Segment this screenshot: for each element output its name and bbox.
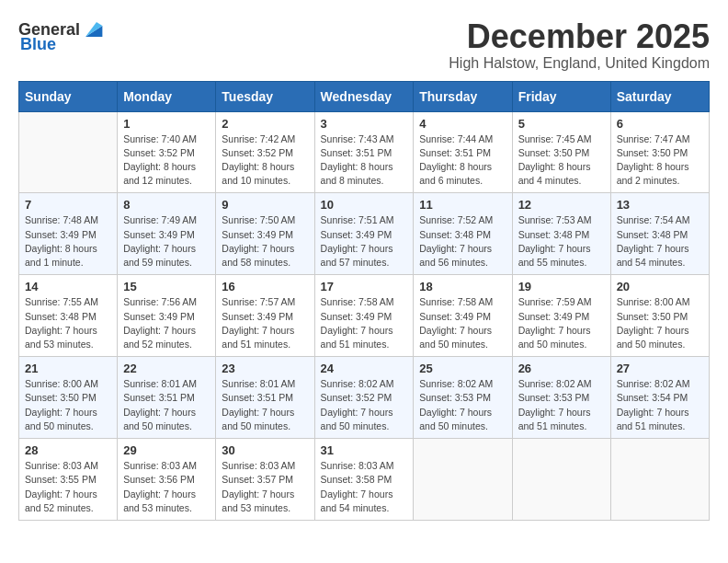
day-number: 6: [617, 117, 703, 131]
day-info: Sunrise: 8:00 AM Sunset: 3:50 PM Dayligh…: [617, 295, 703, 351]
day-number: 26: [518, 362, 605, 375]
day-info: Sunrise: 7:49 AM Sunset: 3:49 PM Dayligh…: [123, 213, 210, 270]
day-info: Sunrise: 7:43 AM Sunset: 3:51 PM Dayligh…: [321, 132, 408, 189]
day-info: Sunrise: 8:02 AM Sunset: 3:53 PM Dayligh…: [419, 377, 506, 433]
day-number: 23: [222, 362, 308, 375]
day-info: Sunrise: 7:58 AM Sunset: 3:49 PM Dayligh…: [419, 295, 506, 351]
day-info: Sunrise: 7:42 AM Sunset: 3:52 PM Dayligh…: [222, 132, 308, 189]
day-number: 14: [25, 280, 111, 293]
day-info: Sunrise: 7:59 AM Sunset: 3:49 PM Dayligh…: [518, 295, 605, 351]
calendar-cell: 2Sunrise: 7:42 AM Sunset: 3:52 PM Daylig…: [216, 111, 314, 193]
header-day-tuesday: Tuesday: [216, 81, 314, 111]
day-info: Sunrise: 8:02 AM Sunset: 3:53 PM Dayligh…: [518, 377, 605, 433]
calendar-cell: 14Sunrise: 7:55 AM Sunset: 3:48 PM Dayli…: [19, 275, 118, 357]
calendar-cell: 17Sunrise: 7:58 AM Sunset: 3:49 PM Dayli…: [314, 275, 414, 357]
month-title: December 2025: [449, 18, 710, 55]
calendar-cell: 28Sunrise: 8:03 AM Sunset: 3:55 PM Dayli…: [19, 439, 118, 521]
calendar-cell: [512, 439, 610, 521]
day-number: 30: [222, 443, 308, 457]
day-number: 11: [419, 198, 506, 212]
day-number: 28: [25, 443, 111, 457]
calendar-cell: [19, 111, 118, 193]
header-day-thursday: Thursday: [414, 81, 512, 111]
day-info: Sunrise: 7:58 AM Sunset: 3:49 PM Dayligh…: [321, 295, 408, 351]
day-number: 19: [518, 280, 605, 293]
calendar-body: 1Sunrise: 7:40 AM Sunset: 3:52 PM Daylig…: [19, 111, 710, 520]
calendar-cell: 11Sunrise: 7:52 AM Sunset: 3:48 PM Dayli…: [414, 193, 512, 275]
calendar-cell: 27Sunrise: 8:02 AM Sunset: 3:54 PM Dayli…: [610, 357, 709, 439]
day-number: 17: [321, 280, 408, 293]
day-number: 29: [123, 443, 210, 457]
day-number: 1: [123, 117, 210, 131]
day-number: 8: [123, 198, 210, 212]
calendar-cell: 3Sunrise: 7:43 AM Sunset: 3:51 PM Daylig…: [314, 111, 414, 193]
calendar-cell: [414, 439, 512, 521]
calendar-cell: 21Sunrise: 8:00 AM Sunset: 3:50 PM Dayli…: [19, 357, 118, 439]
day-number: 20: [617, 280, 703, 293]
day-info: Sunrise: 7:55 AM Sunset: 3:48 PM Dayligh…: [25, 295, 111, 351]
calendar-cell: 5Sunrise: 7:45 AM Sunset: 3:50 PM Daylig…: [512, 111, 610, 193]
calendar-cell: 26Sunrise: 8:02 AM Sunset: 3:53 PM Dayli…: [512, 357, 610, 439]
day-info: Sunrise: 8:03 AM Sunset: 3:58 PM Dayligh…: [321, 459, 408, 515]
day-info: Sunrise: 8:02 AM Sunset: 3:52 PM Dayligh…: [321, 377, 408, 433]
calendar-cell: 19Sunrise: 7:59 AM Sunset: 3:49 PM Dayli…: [512, 275, 610, 357]
calendar-cell: 15Sunrise: 7:56 AM Sunset: 3:49 PM Dayli…: [118, 275, 216, 357]
day-number: 31: [321, 443, 408, 457]
calendar-cell: 13Sunrise: 7:54 AM Sunset: 3:48 PM Dayli…: [610, 193, 709, 275]
day-info: Sunrise: 7:52 AM Sunset: 3:48 PM Dayligh…: [419, 213, 506, 270]
day-info: Sunrise: 8:01 AM Sunset: 3:51 PM Dayligh…: [123, 377, 210, 433]
logo-blue: Blue: [20, 35, 56, 54]
day-info: Sunrise: 7:57 AM Sunset: 3:49 PM Dayligh…: [222, 295, 308, 351]
calendar-week-row: 28Sunrise: 8:03 AM Sunset: 3:55 PM Dayli…: [19, 439, 710, 521]
day-info: Sunrise: 8:01 AM Sunset: 3:51 PM Dayligh…: [222, 377, 308, 433]
day-info: Sunrise: 7:50 AM Sunset: 3:49 PM Dayligh…: [222, 213, 308, 270]
calendar-cell: 20Sunrise: 8:00 AM Sunset: 3:50 PM Dayli…: [610, 275, 709, 357]
header-row: SundayMondayTuesdayWednesdayThursdayFrid…: [19, 81, 710, 111]
day-number: 22: [123, 362, 210, 375]
calendar-cell: 25Sunrise: 8:02 AM Sunset: 3:53 PM Dayli…: [414, 357, 512, 439]
calendar-cell: 6Sunrise: 7:47 AM Sunset: 3:50 PM Daylig…: [610, 111, 709, 193]
location-title: High Halstow, England, United Kingdom: [449, 55, 710, 72]
calendar-cell: 16Sunrise: 7:57 AM Sunset: 3:49 PM Dayli…: [216, 275, 314, 357]
day-number: 18: [419, 280, 506, 293]
day-number: 15: [123, 280, 210, 293]
page-header: General Blue December 2025 High Halstow,…: [18, 18, 710, 72]
logo: General Blue: [18, 18, 104, 54]
calendar-cell: 7Sunrise: 7:48 AM Sunset: 3:49 PM Daylig…: [19, 193, 118, 275]
day-info: Sunrise: 7:48 AM Sunset: 3:49 PM Dayligh…: [25, 213, 111, 270]
day-info: Sunrise: 8:03 AM Sunset: 3:55 PM Dayligh…: [25, 459, 111, 515]
calendar-week-row: 1Sunrise: 7:40 AM Sunset: 3:52 PM Daylig…: [19, 111, 710, 193]
day-info: Sunrise: 8:00 AM Sunset: 3:50 PM Dayligh…: [25, 377, 111, 433]
day-info: Sunrise: 8:03 AM Sunset: 3:57 PM Dayligh…: [222, 459, 308, 515]
day-info: Sunrise: 8:03 AM Sunset: 3:56 PM Dayligh…: [123, 459, 210, 515]
header-day-friday: Friday: [512, 81, 610, 111]
day-info: Sunrise: 7:45 AM Sunset: 3:50 PM Dayligh…: [518, 132, 605, 189]
day-number: 16: [222, 280, 308, 293]
day-number: 10: [321, 198, 408, 212]
calendar-cell: 10Sunrise: 7:51 AM Sunset: 3:49 PM Dayli…: [314, 193, 414, 275]
day-number: 24: [321, 362, 408, 375]
header-day-saturday: Saturday: [610, 81, 709, 111]
calendar-cell: 8Sunrise: 7:49 AM Sunset: 3:49 PM Daylig…: [118, 193, 216, 275]
day-number: 7: [25, 198, 111, 212]
calendar-cell: 23Sunrise: 8:01 AM Sunset: 3:51 PM Dayli…: [216, 357, 314, 439]
day-number: 2: [222, 117, 308, 131]
logo-icon: [82, 18, 104, 40]
calendar-cell: 9Sunrise: 7:50 AM Sunset: 3:49 PM Daylig…: [216, 193, 314, 275]
calendar-cell: 30Sunrise: 8:03 AM Sunset: 3:57 PM Dayli…: [216, 439, 314, 521]
calendar-cell: 22Sunrise: 8:01 AM Sunset: 3:51 PM Dayli…: [118, 357, 216, 439]
calendar-cell: [610, 439, 709, 521]
day-info: Sunrise: 7:56 AM Sunset: 3:49 PM Dayligh…: [123, 295, 210, 351]
day-number: 9: [222, 198, 308, 212]
calendar-cell: 24Sunrise: 8:02 AM Sunset: 3:52 PM Dayli…: [314, 357, 414, 439]
calendar-header: SundayMondayTuesdayWednesdayThursdayFrid…: [19, 81, 710, 111]
calendar-week-row: 21Sunrise: 8:00 AM Sunset: 3:50 PM Dayli…: [19, 357, 710, 439]
day-number: 5: [518, 117, 605, 131]
day-number: 12: [518, 198, 605, 212]
title-section: December 2025 High Halstow, England, Uni…: [449, 18, 710, 72]
calendar-cell: 12Sunrise: 7:53 AM Sunset: 3:48 PM Dayli…: [512, 193, 610, 275]
day-info: Sunrise: 7:53 AM Sunset: 3:48 PM Dayligh…: [518, 213, 605, 270]
calendar-week-row: 14Sunrise: 7:55 AM Sunset: 3:48 PM Dayli…: [19, 275, 710, 357]
header-day-sunday: Sunday: [19, 81, 118, 111]
day-info: Sunrise: 7:51 AM Sunset: 3:49 PM Dayligh…: [321, 213, 408, 270]
